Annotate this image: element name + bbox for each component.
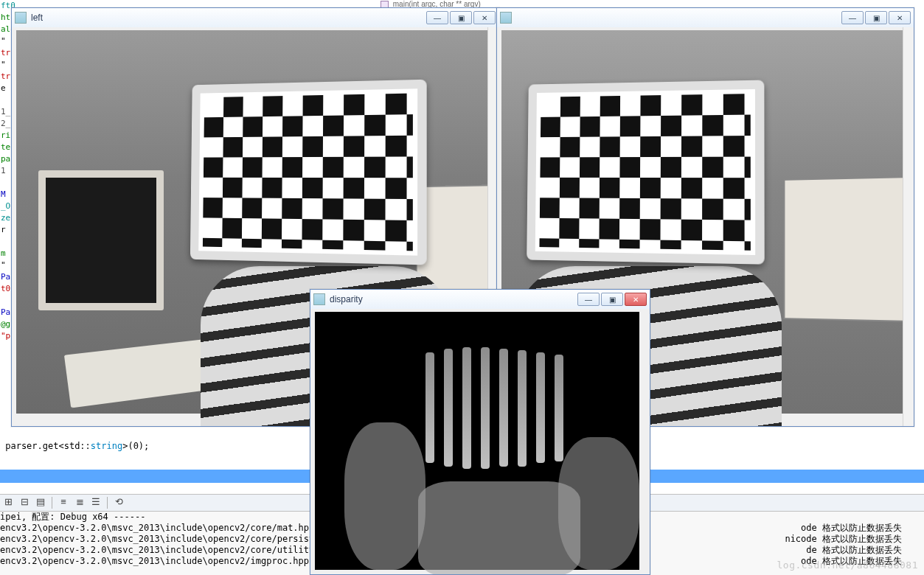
disparity-stripe <box>425 352 434 463</box>
toolbar-button[interactable]: ☰ <box>88 495 104 509</box>
toolbar-button[interactable]: ≣ <box>72 495 88 509</box>
toolbar-button[interactable]: ⊞ <box>0 495 16 509</box>
window-body-disparity <box>310 309 650 574</box>
disparity-blob <box>344 422 425 570</box>
titlebar-disparity[interactable]: disparity — ▣ ✕ <box>310 290 650 310</box>
image-disparity <box>315 312 639 570</box>
disparity-blob <box>558 437 639 570</box>
checkerboard-right <box>527 80 765 265</box>
disparity-stripe <box>481 347 490 469</box>
toolbar-button[interactable]: ⟲ <box>111 495 127 509</box>
window-disparity[interactable]: disparity — ▣ ✕ <box>310 289 650 575</box>
toolbar-button[interactable]: ≡ <box>55 495 72 509</box>
minimize-button[interactable]: — <box>841 11 864 24</box>
disparity-stripe <box>518 350 527 467</box>
disparity-stripe <box>536 352 545 463</box>
checker-pattern <box>203 94 413 251</box>
checker-pattern <box>539 94 750 251</box>
minimize-button[interactable]: — <box>577 293 600 306</box>
minimize-button[interactable]: — <box>426 11 448 24</box>
opencv-icon <box>500 12 512 24</box>
opencv-icon <box>313 293 325 305</box>
maximize-button[interactable]: ▣ <box>865 11 887 24</box>
whiteboard <box>784 176 911 322</box>
opencv-icon <box>15 12 27 24</box>
maximize-button[interactable]: ▣ <box>450 11 472 24</box>
maximize-button[interactable]: ▣ <box>601 293 623 306</box>
disparity-blob <box>418 481 580 574</box>
scrollbar-right[interactable] <box>903 27 914 426</box>
disparity-stripe <box>462 347 471 469</box>
close-button[interactable]: ✕ <box>625 293 647 306</box>
separator <box>107 497 108 509</box>
titlebar-left[interactable]: left — ▣ ✕ <box>12 8 499 28</box>
disparity-stripe <box>444 349 453 467</box>
separator <box>52 497 52 509</box>
watermark: log.csdn.net/a864488081 <box>777 560 918 571</box>
close-button[interactable]: ✕ <box>473 11 496 24</box>
window-title-disparity: disparity <box>330 294 576 304</box>
disparity-stripe <box>499 349 508 467</box>
crt-monitor <box>38 170 164 310</box>
titlebar-right[interactable]: — ▣ ✕ <box>497 8 914 28</box>
checkerboard-left <box>190 80 427 265</box>
disparity-stripe <box>555 355 563 461</box>
toolbar-button[interactable]: ▤ <box>32 495 49 509</box>
toolbar-button[interactable]: ⊟ <box>16 495 32 509</box>
close-button[interactable]: ✕ <box>889 11 911 24</box>
disparity-map <box>315 312 639 570</box>
window-title-left: left <box>31 13 425 23</box>
